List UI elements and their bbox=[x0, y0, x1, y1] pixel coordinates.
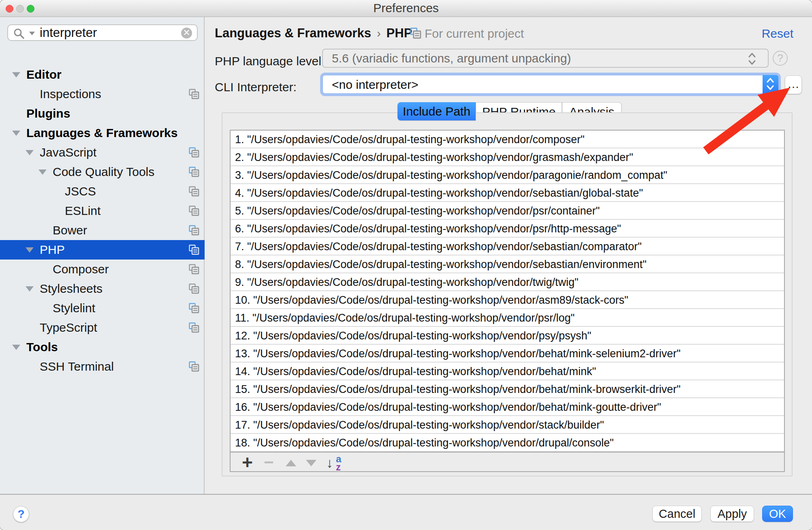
cancel-button[interactable]: Cancel bbox=[652, 506, 702, 522]
language-level-value: 5.6 (variadic functions, argument unpack… bbox=[332, 49, 571, 67]
include-path-row[interactable]: 11. "/Users/opdavies/Code/os/drupal-test… bbox=[231, 309, 784, 327]
include-path-row[interactable]: 14. "/Users/opdavies/Code/os/drupal-test… bbox=[231, 363, 784, 380]
include-path-row[interactable]: 4. "/Users/opdavies/Code/os/drupal-testi… bbox=[231, 184, 784, 202]
include-path-row[interactable]: 13. "/Users/opdavies/Code/os/drupal-test… bbox=[231, 345, 784, 363]
include-path-row[interactable]: 3. "/Users/opdavies/Code/os/drupal-testi… bbox=[231, 166, 784, 184]
list-toolbar: + − ↓ a z bbox=[231, 452, 784, 471]
sidebar-item-inspections[interactable]: Inspections bbox=[0, 84, 204, 104]
override-settings-icon bbox=[189, 361, 199, 372]
search-input[interactable] bbox=[40, 26, 173, 39]
sidebar-item-eslint[interactable]: ESLint bbox=[0, 201, 204, 221]
sidebar-item-composer[interactable]: Composer bbox=[0, 260, 204, 279]
preferences-window: Preferences ✕ EditorInspectionsPluginsLa… bbox=[0, 0, 812, 530]
sidebar-item-languages-frameworks[interactable]: Languages & Frameworks bbox=[0, 123, 204, 143]
include-path-row[interactable]: 16. "/Users/opdavies/Code/os/drupal-test… bbox=[231, 398, 784, 416]
breadcrumb-separator: › bbox=[371, 27, 387, 40]
sidebar-item-label: Stylesheets bbox=[40, 279, 103, 298]
scope-label: For current project bbox=[425, 27, 524, 41]
override-settings-icon bbox=[189, 206, 199, 216]
include-path-row[interactable]: 18. "/Users/opdavies/Code/os/drupal-test… bbox=[231, 434, 784, 452]
sidebar-item-typescript[interactable]: TypeScript bbox=[0, 318, 204, 337]
titlebar: Preferences bbox=[0, 0, 812, 17]
move-down-button[interactable] bbox=[306, 460, 316, 466]
ok-button[interactable]: OK bbox=[762, 506, 793, 522]
sidebar-item-label: Languages & Frameworks bbox=[26, 123, 177, 143]
language-level-select[interactable]: 5.6 (variadic functions, argument unpack… bbox=[322, 49, 769, 68]
sidebar-item-label: Inspections bbox=[40, 84, 101, 104]
settings-content: Languages & Frameworks›PHP For current p… bbox=[205, 17, 812, 494]
expand-collapse-icon[interactable] bbox=[26, 247, 34, 253]
include-path-row[interactable]: 2. "/Users/opdavies/Code/os/drupal-testi… bbox=[231, 148, 784, 166]
sidebar-item-code-quality-tools[interactable]: Code Quality Tools bbox=[0, 162, 204, 182]
sidebar-item-stylelint[interactable]: Stylelint bbox=[0, 298, 204, 318]
sidebar-item-php[interactable]: PHP bbox=[0, 240, 205, 260]
include-path-list: 1. "/Users/opdavies/Code/os/drupal-testi… bbox=[230, 130, 785, 472]
include-path-row[interactable]: 12. "/Users/opdavies/Code/os/drupal-test… bbox=[231, 327, 784, 345]
cli-interpreter-select[interactable]: <no interpreter> bbox=[322, 75, 779, 94]
expand-collapse-icon[interactable] bbox=[26, 286, 34, 292]
override-settings-icon bbox=[189, 264, 199, 275]
override-settings-icon bbox=[189, 245, 199, 255]
expand-collapse-icon[interactable] bbox=[12, 345, 20, 350]
sidebar-item-label: JavaScript bbox=[40, 143, 96, 162]
remove-path-button[interactable]: − bbox=[264, 453, 274, 472]
sidebar-item-label: ESLint bbox=[65, 201, 100, 221]
breadcrumb-languages-frameworks[interactable]: Languages & Frameworks bbox=[215, 26, 371, 40]
include-path-row[interactable]: 7. "/Users/opdavies/Code/os/drupal-testi… bbox=[231, 238, 784, 255]
include-path-row[interactable]: 1. "/Users/opdavies/Code/os/drupal-testi… bbox=[231, 131, 784, 148]
breadcrumb-php: PHP bbox=[387, 26, 412, 40]
include-path-row[interactable]: 15. "/Users/opdavies/Code/os/drupal-test… bbox=[231, 380, 784, 398]
reset-link[interactable]: Reset bbox=[762, 27, 793, 41]
sidebar-item-javascript[interactable]: JavaScript bbox=[0, 143, 204, 162]
language-level-help-icon[interactable]: ? bbox=[773, 51, 788, 66]
include-path-row[interactable]: 5. "/Users/opdavies/Code/os/drupal-testi… bbox=[231, 202, 784, 220]
sidebar-item-label: Tools bbox=[26, 337, 58, 357]
settings-sidebar: ✕ EditorInspectionsPluginsLanguages & Fr… bbox=[0, 17, 205, 494]
sidebar-item-label: PHP bbox=[40, 240, 65, 260]
sidebar-item-bower[interactable]: Bower bbox=[0, 221, 204, 240]
override-settings-icon bbox=[189, 322, 199, 333]
sort-z-glyph: z bbox=[336, 461, 341, 473]
sidebar-item-label: Stylelint bbox=[53, 298, 95, 318]
search-options-chevron-icon[interactable] bbox=[29, 32, 35, 35]
override-settings-icon bbox=[189, 303, 199, 313]
sort-alphabetically-button[interactable]: ↓ a z bbox=[326, 454, 349, 471]
sidebar-item-plugins[interactable]: Plugins bbox=[0, 104, 204, 123]
clear-search-icon[interactable]: ✕ bbox=[181, 28, 192, 39]
include-path-row[interactable]: 10. "/Users/opdavies/Code/os/drupal-test… bbox=[231, 291, 784, 309]
dialog-footer: ? Cancel Apply OK bbox=[0, 494, 812, 530]
apply-button[interactable]: Apply bbox=[710, 506, 754, 522]
sidebar-item-label: Editor bbox=[26, 65, 62, 84]
sidebar-item-stylesheets[interactable]: Stylesheets bbox=[0, 279, 204, 298]
sidebar-item-tools[interactable]: Tools bbox=[0, 337, 204, 357]
add-path-button[interactable]: + bbox=[242, 453, 253, 472]
sidebar-item-editor[interactable]: Editor bbox=[0, 65, 204, 84]
window-title: Preferences bbox=[0, 0, 812, 17]
sidebar-item-label: SSH Terminal bbox=[40, 357, 114, 376]
override-settings-icon bbox=[189, 186, 199, 197]
sidebar-item-label: Composer bbox=[53, 260, 109, 279]
sidebar-item-label: Code Quality Tools bbox=[53, 162, 154, 182]
move-up-button[interactable] bbox=[286, 460, 296, 466]
browse-interpreters-button[interactable]: … bbox=[785, 75, 802, 94]
tab-include-path[interactable]: Include Path bbox=[397, 102, 476, 120]
expand-collapse-icon[interactable] bbox=[38, 170, 47, 175]
settings-search-box[interactable]: ✕ bbox=[7, 24, 198, 41]
override-settings-icon bbox=[189, 147, 199, 158]
expand-collapse-icon[interactable] bbox=[12, 131, 20, 136]
sidebar-item-jscs[interactable]: JSCS bbox=[0, 182, 204, 201]
settings-tree: EditorInspectionsPluginsLanguages & Fram… bbox=[0, 41, 204, 487]
include-path-row[interactable]: 17. "/Users/opdavies/Code/os/drupal-test… bbox=[231, 416, 784, 434]
override-settings-icon bbox=[189, 89, 199, 99]
sort-arrow-icon: ↓ bbox=[326, 455, 333, 471]
expand-collapse-icon[interactable] bbox=[12, 72, 20, 77]
include-path-row[interactable]: 8. "/Users/opdavies/Code/os/drupal-testi… bbox=[231, 255, 784, 273]
include-path-row[interactable]: 6. "/Users/opdavies/Code/os/drupal-testi… bbox=[231, 220, 784, 238]
sidebar-item-ssh-terminal[interactable]: SSH Terminal bbox=[0, 357, 204, 376]
expand-collapse-icon[interactable] bbox=[26, 150, 34, 155]
include-path-row[interactable]: 9. "/Users/opdavies/Code/os/drupal-testi… bbox=[231, 273, 784, 291]
cli-interpreter-stepper[interactable] bbox=[763, 75, 778, 94]
search-icon bbox=[13, 28, 25, 40]
help-button[interactable]: ? bbox=[13, 506, 29, 522]
sidebar-item-label: Bower bbox=[53, 221, 87, 240]
